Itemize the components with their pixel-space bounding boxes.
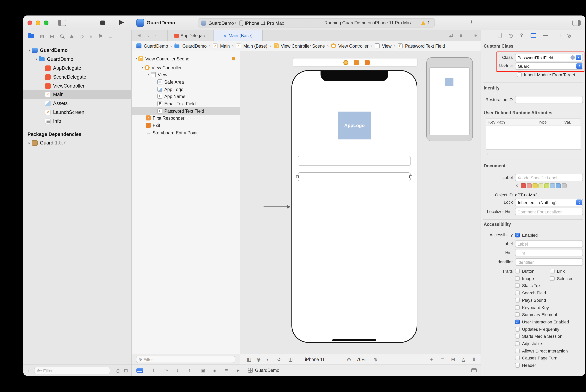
password-text-field-view[interactable]	[298, 172, 411, 181]
entry-point-arrow[interactable]	[264, 206, 287, 207]
view-controller-dock-icon[interactable]	[343, 60, 348, 65]
accessibility-enabled-row[interactable]: Enabled	[515, 232, 538, 238]
localizer-hint-field[interactable]: Comment For Localizer	[515, 208, 583, 215]
go-forward-icon[interactable]: ›	[154, 32, 156, 38]
inherit-module-checkbox-row[interactable]: Inherit Module From Target	[517, 72, 575, 78]
acc-identifier-field[interactable]: Identifier	[515, 258, 583, 266]
toggle-inspector-icon[interactable]	[572, 20, 580, 26]
file-row-info[interactable]: Info	[23, 117, 131, 126]
class-jump-icon[interactable]: →	[570, 56, 575, 60]
recent-files-icon[interactable]: ◷	[116, 368, 120, 374]
outline-item-exit[interactable]: → Exit	[132, 122, 240, 129]
runtime-attributes-table[interactable]: Key Path Type Val…	[486, 118, 581, 150]
tab-main-base[interactable]: ✕ Main (Base)	[213, 30, 263, 41]
history-inspector-icon[interactable]: ◷	[508, 33, 513, 38]
trait-checkbox[interactable]	[515, 341, 520, 346]
debug-target-label[interactable]: GuardDemo	[255, 368, 279, 373]
trait-allows-direct-interaction[interactable]: Allows Direct Interaction	[515, 348, 568, 354]
file-row-project[interactable]: ▾ GuardDemo	[23, 46, 131, 54]
outline-filter-field[interactable]: ⊙ Filter	[136, 356, 235, 363]
trait-keyboard-key[interactable]: Keyboard Key	[515, 305, 549, 310]
doc-color-swatch[interactable]	[561, 183, 567, 188]
disclosure-triangle[interactable]: ▾	[134, 57, 138, 60]
trait-plays-sound[interactable]: Plays Sound	[515, 298, 546, 303]
memory-graph-icon[interactable]: ◈	[213, 368, 216, 373]
find-navigator-icon[interactable]	[60, 34, 64, 38]
step-into-icon[interactable]: ↓	[176, 368, 179, 373]
doc-color-swatch[interactable]	[544, 183, 549, 188]
trait-causes-page-turn[interactable]: Causes Page Turn	[515, 355, 557, 360]
orientation-icon[interactable]: ↺	[277, 357, 281, 362]
run-button[interactable]	[119, 20, 124, 25]
align-icon[interactable]: ≣	[441, 357, 444, 362]
navigator-filter-field[interactable]: ⊙▾ Filter	[34, 367, 110, 374]
outline-item-safe-area[interactable]: Safe Area	[132, 78, 240, 86]
connections-inspector-icon[interactable]: ◎	[567, 33, 571, 38]
class-field[interactable]: PasswordTextField → ▾	[515, 54, 583, 61]
trait-link[interactable]: Link	[550, 268, 565, 274]
add-attribute-button[interactable]: +	[486, 152, 489, 156]
warning-icon[interactable]	[421, 21, 425, 25]
trait-checkbox[interactable]	[550, 276, 554, 281]
accessibility-preview-icon[interactable]: ◉	[257, 357, 261, 362]
exit-dock-icon[interactable]: →	[365, 60, 370, 65]
doc-color-swatch[interactable]	[556, 183, 561, 188]
quick-help-inspector-icon[interactable]: ?	[520, 33, 523, 38]
source-control-navigator-icon[interactable]: ⊠	[40, 33, 44, 39]
scene-badge[interactable]	[232, 57, 235, 60]
lock-popup[interactable]: Inherited – (Nothing) ▲▼	[515, 199, 583, 206]
acc-hint-field[interactable]: Hint	[515, 249, 583, 256]
zoom-window-button[interactable]	[44, 20, 49, 25]
adaptation-icon[interactable]: ◫	[288, 357, 293, 362]
breadcrumb[interactable]: Main (Base)	[243, 44, 267, 48]
column-type[interactable]: Type	[538, 120, 547, 124]
identity-inspector-icon[interactable]	[530, 33, 536, 38]
outline-item-app-name[interactable]: L App Name	[132, 92, 240, 100]
breadcrumb[interactable]: Password Text Field	[405, 44, 445, 48]
breadcrumb[interactable]: GuardDemo	[144, 44, 168, 48]
doc-color-swatch[interactable]	[521, 183, 526, 188]
trait-starts-media-session[interactable]: Starts Media Session	[515, 334, 562, 339]
file-row-viewcontroller[interactable]: ViewController	[23, 82, 131, 90]
attributes-inspector-icon[interactable]	[543, 33, 548, 38]
outline-item-view[interactable]: ▾ View	[132, 71, 240, 78]
view-hierarchy-icon[interactable]: ▣	[201, 368, 205, 373]
doc-color-swatch[interactable]	[532, 183, 537, 188]
zoom-level[interactable]: 76%	[357, 357, 365, 362]
minimize-window-button[interactable]	[36, 20, 40, 25]
file-inspector-icon[interactable]	[498, 33, 501, 38]
update-frames-icon[interactable]: ⇩	[472, 357, 476, 362]
no-color-icon[interactable]: ✕	[515, 183, 518, 188]
first-responder-dock-icon[interactable]	[354, 60, 359, 65]
disclosure-triangle[interactable]: ▾	[140, 66, 145, 69]
trait-summary-element[interactable]: Summary Element	[515, 312, 557, 317]
environment-overrides-icon[interactable]: ≡	[225, 368, 228, 373]
device-bar-label[interactable]: iPhone 11	[305, 357, 325, 362]
add-file-button[interactable]: +	[27, 368, 31, 374]
step-over-icon[interactable]: ↷	[164, 368, 168, 373]
run-destination[interactable]: iPhone 11 Pro Max	[245, 20, 284, 26]
trait-checkbox[interactable]	[515, 334, 520, 338]
file-row-scenedelegate[interactable]: SceneDelegate	[23, 73, 131, 81]
outline-item-email-text-field[interactable]: F Email Text Field	[132, 100, 240, 107]
email-text-field-view[interactable]	[298, 156, 411, 166]
toggle-debug-area-button[interactable]	[136, 368, 143, 373]
device-canvas[interactable]: AppLogo	[291, 70, 417, 343]
zoom-in-icon[interactable]: ⊕	[373, 357, 377, 362]
file-row-group[interactable]: ▾ GuardDemo	[23, 55, 131, 64]
test-navigator-icon[interactable]: ◇	[80, 33, 84, 39]
go-back-icon[interactable]: ‹	[147, 32, 149, 38]
trait-updates-frequently[interactable]: Updates Frequently	[515, 326, 559, 332]
focus-mode-icon[interactable]: ⌖	[430, 357, 433, 362]
trait-checkbox[interactable]	[515, 320, 520, 324]
trait-button[interactable]: Button	[515, 268, 534, 274]
trait-checkbox[interactable]	[515, 269, 520, 274]
outline-item-entry-point[interactable]: → Storyboard Entry Point	[132, 129, 240, 136]
stop-button[interactable]	[100, 20, 105, 25]
resolve-layout-icon[interactable]: △	[462, 357, 465, 362]
trait-checkbox[interactable]	[515, 283, 520, 288]
trait-adjustable[interactable]: Adjustable	[515, 341, 542, 346]
class-dropdown-icon[interactable]: ▾	[576, 55, 581, 60]
file-row-main-storyboard[interactable]: ✕ Main	[23, 90, 131, 99]
outline-item-view-controller-scene[interactable]: ▾ View Controller Scene	[132, 55, 240, 62]
